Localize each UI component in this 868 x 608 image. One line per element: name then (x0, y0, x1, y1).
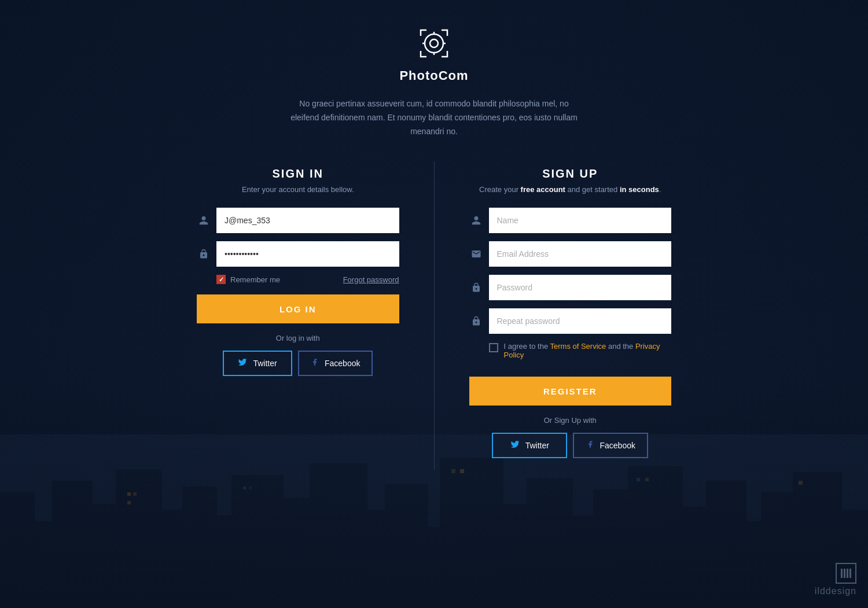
signup-twitter-icon (510, 440, 520, 451)
repeat-lock-icon (469, 314, 483, 328)
signup-or-text: Or Sign Up with (469, 416, 672, 425)
svg-rect-46 (849, 569, 851, 578)
svg-rect-44 (844, 569, 845, 578)
svg-rect-30 (243, 487, 246, 489)
signin-title: SIGN IN (197, 167, 399, 180)
svg-rect-2 (32, 521, 55, 608)
tagline: No graeci pertinax assueverit cum, id co… (289, 97, 579, 138)
signup-subtitle: Create your free account and get started… (469, 185, 672, 194)
svg-rect-7 (182, 487, 217, 608)
signup-title: SIGN UP (469, 167, 672, 180)
svg-rect-11 (310, 463, 367, 608)
signup-facebook-label: Facebook (600, 441, 635, 450)
svg-rect-22 (706, 481, 746, 608)
svg-rect-4 (90, 504, 119, 608)
svg-rect-21 (680, 507, 709, 608)
svg-rect-10 (281, 498, 312, 608)
lock-icon (197, 247, 211, 261)
terms-of-service-link[interactable]: Terms of Service (550, 342, 606, 351)
password-row (197, 241, 399, 267)
signup-twitter-label: Twitter (525, 441, 549, 450)
signin-or-text: Or log in with (197, 334, 399, 342)
signin-password-input[interactable] (216, 241, 399, 267)
svg-rect-12 (365, 510, 388, 608)
app-name: PhotoCom (399, 68, 468, 83)
svg-rect-24 (761, 492, 796, 608)
watermark-icon (836, 563, 856, 584)
svg-rect-29 (127, 501, 131, 504)
svg-rect-34 (637, 478, 640, 481)
main-content: SIGN IN Enter your account details bello… (174, 161, 694, 470)
email-row (469, 241, 672, 267)
terms-checkbox[interactable] (489, 343, 498, 352)
watermark-text: ilddesign (815, 586, 856, 596)
svg-rect-28 (133, 492, 137, 496)
svg-rect-8 (214, 515, 234, 608)
terms-row: I agree to the Terms of Service and the … (489, 342, 672, 359)
signin-facebook-label: Facebook (325, 359, 360, 368)
forgot-password-link[interactable]: Forgot password (343, 275, 399, 284)
logo-icon (414, 23, 454, 64)
user-icon (197, 213, 211, 227)
svg-rect-20 (628, 466, 683, 608)
svg-point-37 (425, 34, 443, 53)
signup-facebook-icon (586, 440, 594, 452)
svg-rect-6 (159, 510, 185, 608)
facebook-icon (311, 358, 319, 370)
name-input[interactable] (489, 208, 672, 233)
svg-rect-31 (249, 487, 252, 489)
svg-point-38 (430, 39, 438, 47)
svg-rect-17 (527, 478, 573, 608)
username-row (197, 208, 399, 233)
repeat-password-row (469, 308, 672, 334)
username-input[interactable] (216, 208, 399, 233)
remember-checkbox[interactable] (216, 275, 226, 284)
svg-rect-23 (744, 521, 764, 608)
signin-twitter-button[interactable]: Twitter (223, 351, 292, 376)
logo-section: PhotoCom (399, 23, 468, 83)
signup-panel: SIGN UP Create your free account and get… (446, 161, 695, 470)
svg-rect-9 (231, 475, 284, 608)
signin-facebook-button[interactable]: Facebook (298, 351, 373, 376)
email-icon (469, 247, 483, 261)
signin-panel: SIGN IN Enter your account details bello… (174, 161, 422, 470)
email-input[interactable] (489, 241, 672, 267)
remember-row: Remember me Forgot password (197, 275, 399, 284)
signup-facebook-button[interactable]: Facebook (573, 433, 648, 458)
svg-rect-35 (645, 478, 649, 481)
panel-divider (434, 161, 435, 470)
svg-rect-13 (385, 484, 428, 608)
signup-user-icon (469, 213, 483, 227)
signup-social-row: Twitter Facebook (469, 433, 672, 458)
signin-social-row: Twitter Facebook (197, 351, 399, 376)
terms-text: I agree to the Terms of Service and the … (504, 342, 672, 359)
svg-rect-27 (127, 492, 131, 496)
svg-rect-15 (440, 458, 503, 608)
svg-rect-45 (847, 569, 848, 578)
signin-subtitle: Enter your account details bellow. (197, 185, 399, 194)
svg-rect-18 (570, 515, 596, 608)
register-button[interactable]: REGISTER (469, 377, 672, 406)
name-row (469, 208, 672, 233)
watermark: ilddesign (815, 563, 856, 596)
signup-password-row (469, 275, 672, 300)
svg-rect-5 (116, 469, 162, 608)
remember-left: Remember me (216, 275, 280, 284)
svg-rect-3 (52, 481, 93, 608)
signup-twitter-button[interactable]: Twitter (492, 433, 567, 458)
signup-password-input[interactable] (489, 275, 672, 300)
twitter-icon (238, 358, 247, 369)
svg-rect-19 (593, 489, 631, 608)
svg-rect-16 (501, 504, 529, 608)
svg-rect-1 (0, 492, 35, 608)
signin-twitter-label: Twitter (253, 359, 277, 368)
svg-rect-43 (841, 569, 843, 578)
remember-label: Remember me (230, 275, 280, 284)
svg-rect-36 (799, 481, 803, 485)
login-button[interactable]: LOG IN (197, 294, 399, 323)
signup-lock-icon (469, 281, 483, 294)
repeat-password-input[interactable] (489, 308, 672, 334)
